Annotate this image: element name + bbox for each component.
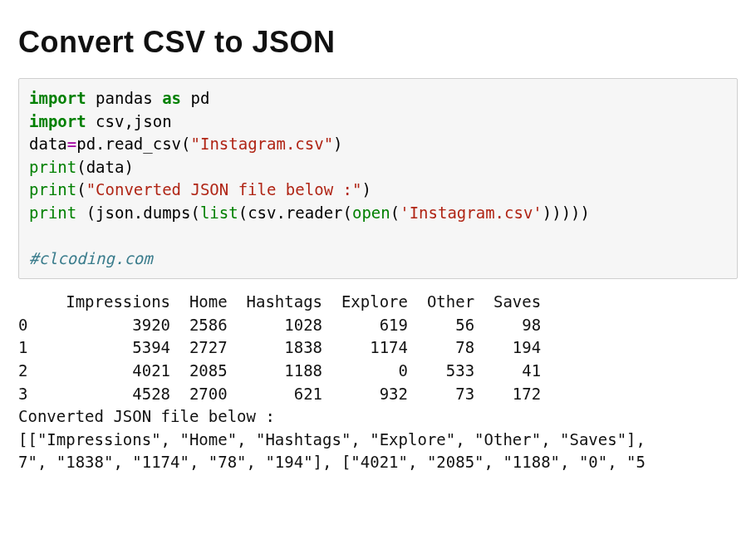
- output-header-row: Impressions Home Hashtags Explore Other …: [18, 292, 541, 311]
- code-builtin: print: [29, 158, 76, 176]
- code-keyword: as: [162, 89, 181, 107]
- code-text: pandas: [86, 89, 163, 107]
- code-text: (: [390, 203, 400, 222]
- code-text: ))))): [542, 203, 590, 222]
- code-keyword: import: [29, 112, 86, 130]
- code-text: pd: [181, 89, 209, 107]
- output-data-row: 2 4021 2085 1188 0 533 41: [18, 361, 541, 380]
- code-text: (: [76, 180, 86, 199]
- output-json-line: 7", "1838", "1174", "78", "194"], ["4021…: [18, 453, 646, 471]
- output-message: Converted JSON file below :: [18, 407, 275, 425]
- code-string: "Instagram.csv": [191, 135, 334, 153]
- code-comment: #clcoding.com: [29, 249, 153, 267]
- code-text: ): [361, 180, 371, 199]
- code-text: (csv.reader(: [238, 203, 352, 222]
- code-text: (data): [76, 158, 134, 176]
- code-builtin: print: [29, 203, 76, 222]
- output-data-row: 1 5394 2727 1838 1174 78 194: [18, 338, 541, 356]
- code-string: "Converted JSON file below :": [86, 180, 362, 199]
- code-block: import pandas as pd import csv,json data…: [18, 78, 738, 279]
- code-string: 'Instagram.csv': [400, 203, 542, 222]
- output-data-row: 3 4528 2700 621 932 73 172: [18, 385, 541, 403]
- code-builtin: open: [352, 203, 390, 222]
- code-text: (json.dumps(: [76, 203, 200, 222]
- code-text: data: [29, 135, 67, 153]
- output-json-line: [["Impressions", "Home", "Hashtags", "Ex…: [18, 430, 646, 449]
- code-builtin: list: [200, 203, 238, 222]
- output-data-row: 0 3920 2586 1028 619 56 98: [18, 316, 541, 334]
- code-operator: =: [67, 135, 76, 153]
- code-text: ): [333, 135, 342, 153]
- output-block: Impressions Home Hashtags Explore Other …: [18, 291, 738, 473]
- page-title: Convert CSV to JSON: [18, 25, 738, 60]
- code-keyword: import: [29, 89, 86, 107]
- code-text: pd.read_csv(: [76, 135, 190, 153]
- code-builtin: print: [29, 180, 76, 199]
- code-text: csv,json: [86, 112, 172, 130]
